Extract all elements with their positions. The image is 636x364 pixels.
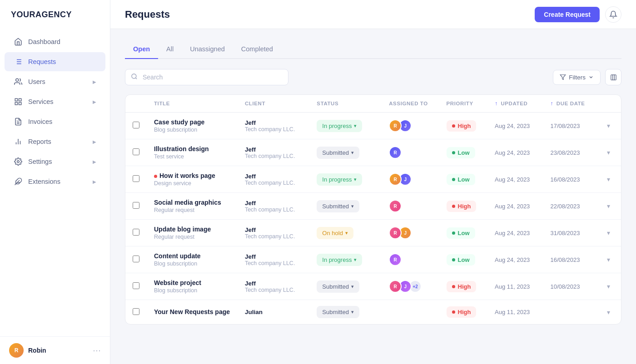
status-badge[interactable]: Submitted ▾	[317, 280, 359, 293]
chevron-right-icon: ▶	[93, 139, 96, 144]
status-badge[interactable]: In progress ▾	[317, 120, 362, 132]
avatar: R	[9, 343, 24, 358]
status-badge[interactable]: Submitted ▾	[317, 200, 359, 212]
sidebar-item-requests[interactable]: Requests	[5, 52, 105, 71]
row-title-cell: How it works pageDesign service	[147, 166, 238, 193]
sidebar-item-label: Reports	[28, 138, 51, 145]
tab-unassigned[interactable]: Unassigned	[182, 42, 233, 59]
sidebar-item-dashboard[interactable]: Dashboard	[5, 32, 105, 51]
row-title: Case study page	[154, 118, 230, 126]
row-checkbox[interactable]	[133, 308, 139, 315]
status-badge[interactable]: On hold ▾	[317, 227, 353, 239]
svg-line-20	[135, 78, 137, 79]
sidebar-item-label: Settings	[28, 158, 52, 165]
updated-date: Aug 24, 2023	[495, 230, 530, 236]
client-name: Jeff	[245, 119, 302, 126]
row-checkbox-cell	[125, 166, 147, 193]
row-subtitle: Regular request	[154, 234, 230, 240]
sidebar-item-invoices[interactable]: Invoices	[5, 112, 105, 131]
tab-completed[interactable]: Completed	[233, 42, 281, 59]
row-title: Update blog image	[154, 226, 230, 233]
row-checkbox[interactable]	[133, 282, 139, 289]
chevron-right-icon: ▶	[93, 99, 96, 104]
row-duedate-cell: 16/08/2023	[543, 166, 596, 193]
row-priority-cell: High	[439, 193, 487, 220]
toolbar-right: Filters	[553, 69, 621, 85]
notifications-button[interactable]	[605, 6, 621, 23]
client-company: Tech company LLC.	[245, 233, 302, 240]
row-assigned-cell	[382, 300, 439, 325]
th-assigned: ASSIGNED TO	[382, 95, 439, 113]
expand-row-button[interactable]: ▾	[603, 147, 614, 158]
row-checkbox[interactable]	[133, 122, 139, 128]
topbar-actions: Create Request	[535, 6, 621, 23]
tab-all[interactable]: All	[158, 42, 182, 59]
sidebar-item-services[interactable]: Services ▶	[5, 92, 105, 111]
status-badge[interactable]: Submitted ▾	[317, 306, 359, 318]
th-checkbox	[125, 95, 147, 113]
priority-dot	[452, 151, 455, 154]
row-duedate-cell: 23/08/2023	[543, 139, 596, 166]
row-duedate-cell: 22/08/2023	[543, 193, 596, 220]
row-status-cell: On hold ▾	[309, 220, 382, 246]
sidebar-item-settings[interactable]: Settings ▶	[5, 152, 105, 171]
tab-open[interactable]: Open	[125, 42, 158, 59]
row-duedate-cell: 17/08/2023	[543, 113, 596, 139]
row-title-cell: Illustration designTest service	[147, 139, 238, 166]
expand-row-button[interactable]: ▾	[603, 120, 614, 131]
row-checkbox-cell	[125, 220, 147, 246]
th-updated: ↑ UPDATED	[487, 95, 543, 113]
avatar: R	[389, 280, 402, 293]
client-company: Tech company LLC.	[245, 180, 302, 186]
row-checkbox[interactable]	[133, 229, 139, 236]
row-checkbox[interactable]	[133, 256, 139, 262]
row-checkbox[interactable]	[133, 202, 139, 209]
svg-rect-8	[19, 98, 21, 101]
page-title: Requests	[125, 9, 170, 20]
row-priority-cell: Low	[439, 246, 487, 273]
row-title: Your New Requests page	[154, 308, 230, 315]
expand-row-button[interactable]: ▾	[603, 201, 614, 212]
priority-badge: Low	[447, 147, 475, 158]
create-request-button[interactable]: Create Request	[535, 7, 600, 22]
avatars: R	[389, 253, 432, 266]
row-priority-cell: High	[439, 273, 487, 300]
sidebar-item-extensions[interactable]: Extensions ▶	[5, 172, 105, 191]
more-options-button[interactable]: ⋯	[93, 345, 101, 355]
due-date: 22/08/2023	[550, 203, 580, 210]
sidebar-footer: R Robin ⋯	[0, 336, 110, 364]
row-assigned-cell: R	[382, 193, 439, 220]
row-updated-cell: Aug 24, 2023	[487, 166, 543, 193]
row-duedate-cell: 31/08/2023	[543, 220, 596, 246]
expand-row-button[interactable]: ▾	[603, 254, 614, 265]
row-status-cell: Submitted ▾	[309, 193, 382, 220]
status-badge[interactable]: In progress ▾	[317, 254, 362, 266]
search-input[interactable]	[125, 69, 288, 85]
chevron-right-icon: ▶	[93, 179, 96, 184]
th-duedate: ↑ DUE DATE	[543, 95, 596, 113]
requests-table: TITLE CLIENT STATUS ASSIGNED TO PRIORITY…	[125, 94, 621, 325]
updated-date: Aug 24, 2023	[495, 203, 530, 210]
gear-icon	[14, 157, 23, 166]
row-client-cell: JeffTech company LLC.	[238, 220, 309, 246]
priority-dot	[452, 258, 455, 261]
status-badge[interactable]: Submitted ▾	[317, 147, 359, 159]
row-updated-cell: Aug 24, 2023	[487, 220, 543, 246]
row-checkbox-cell	[125, 193, 147, 220]
expand-row-button[interactable]: ▾	[603, 281, 614, 292]
row-subtitle: Blog subscription	[154, 127, 230, 133]
row-checkbox[interactable]	[133, 175, 139, 182]
expand-row-button[interactable]: ▾	[603, 227, 614, 238]
row-updated-cell: Aug 24, 2023	[487, 113, 543, 139]
expand-row-button[interactable]: ▾	[603, 174, 614, 185]
status-badge[interactable]: In progress ▾	[317, 173, 362, 186]
row-checkbox[interactable]	[133, 148, 139, 155]
filters-button[interactable]: Filters	[553, 70, 601, 85]
expand-row-button[interactable]: ▾	[603, 307, 614, 318]
table-row: How it works pageDesign serviceJeffTech …	[125, 166, 621, 193]
sidebar-item-users[interactable]: Users ▶	[5, 72, 105, 91]
sidebar-item-reports[interactable]: Reports ▶	[5, 132, 105, 151]
sidebar-nav: Dashboard Requests Users ▶ Services ▶	[0, 28, 110, 336]
columns-button[interactable]	[605, 69, 621, 85]
row-client-cell: JeffTech company LLC.	[238, 193, 309, 220]
